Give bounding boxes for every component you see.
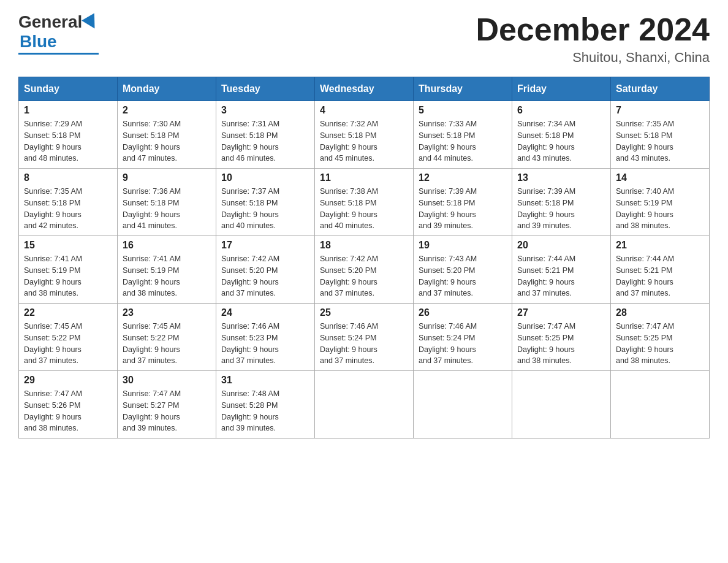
table-row: 14 Sunrise: 7:40 AM Sunset: 5:19 PM Dayl… [611,169,710,236]
day-info: Sunrise: 7:45 AM Sunset: 5:22 PM Dayligh… [24,321,112,367]
table-row: 24 Sunrise: 7:46 AM Sunset: 5:23 PM Dayl… [216,304,315,371]
subtitle: Shuitou, Shanxi, China [476,50,710,66]
table-row: 16 Sunrise: 7:41 AM Sunset: 5:19 PM Dayl… [118,236,216,304]
table-row [611,371,710,439]
day-number: 22 [24,307,112,318]
calendar-week-row: 29 Sunrise: 7:47 AM Sunset: 5:26 PM Dayl… [19,371,710,439]
day-info: Sunrise: 7:47 AM Sunset: 5:26 PM Dayligh… [24,388,112,434]
day-number: 11 [320,172,408,183]
day-info: Sunrise: 7:46 AM Sunset: 5:24 PM Dayligh… [320,321,408,367]
table-row: 9 Sunrise: 7:36 AM Sunset: 5:18 PM Dayli… [118,169,216,236]
day-info: Sunrise: 7:44 AM Sunset: 5:21 PM Dayligh… [517,253,605,299]
logo-general-text: General [18,12,82,32]
day-number: 19 [419,240,507,251]
table-row: 26 Sunrise: 7:46 AM Sunset: 5:24 PM Dayl… [414,304,512,371]
table-row [512,371,611,439]
calendar-table: Sunday Monday Tuesday Wednesday Thursday… [18,77,710,439]
header-saturday: Saturday [611,77,710,101]
header-thursday: Thursday [414,77,512,101]
header-tuesday: Tuesday [216,77,315,101]
day-number: 20 [517,240,605,251]
table-row: 28 Sunrise: 7:47 AM Sunset: 5:25 PM Dayl… [611,304,710,371]
day-info: Sunrise: 7:44 AM Sunset: 5:21 PM Dayligh… [616,253,704,299]
day-info: Sunrise: 7:39 AM Sunset: 5:18 PM Dayligh… [419,186,507,232]
table-row: 10 Sunrise: 7:37 AM Sunset: 5:18 PM Dayl… [216,169,315,236]
day-info: Sunrise: 7:41 AM Sunset: 5:19 PM Dayligh… [24,253,112,299]
day-number: 24 [221,307,309,318]
header-sunday: Sunday [19,77,118,101]
table-row: 6 Sunrise: 7:34 AM Sunset: 5:18 PM Dayli… [512,101,611,169]
day-number: 21 [616,240,704,251]
day-info: Sunrise: 7:46 AM Sunset: 5:23 PM Dayligh… [221,321,309,367]
logo-text: General [18,12,99,32]
day-info: Sunrise: 7:31 AM Sunset: 5:18 PM Dayligh… [221,118,309,164]
header-friday: Friday [512,77,611,101]
logo: General Blue [18,12,99,55]
day-number: 27 [517,307,605,318]
table-row [315,371,414,439]
table-row: 1 Sunrise: 7:29 AM Sunset: 5:18 PM Dayli… [19,101,118,169]
day-number: 17 [221,240,309,251]
day-info: Sunrise: 7:45 AM Sunset: 5:22 PM Dayligh… [123,321,211,367]
day-number: 12 [419,172,507,183]
day-info: Sunrise: 7:35 AM Sunset: 5:18 PM Dayligh… [24,186,112,232]
day-info: Sunrise: 7:48 AM Sunset: 5:28 PM Dayligh… [221,388,309,434]
day-number: 7 [616,105,704,116]
table-row: 13 Sunrise: 7:39 AM Sunset: 5:18 PM Dayl… [512,169,611,236]
day-info: Sunrise: 7:29 AM Sunset: 5:18 PM Dayligh… [24,118,112,164]
day-number: 2 [123,105,211,116]
calendar-header-row: Sunday Monday Tuesday Wednesday Thursday… [19,77,710,101]
day-info: Sunrise: 7:47 AM Sunset: 5:27 PM Dayligh… [123,388,211,434]
day-info: Sunrise: 7:43 AM Sunset: 5:20 PM Dayligh… [419,253,507,299]
day-number: 29 [24,375,112,386]
day-info: Sunrise: 7:38 AM Sunset: 5:18 PM Dayligh… [320,186,408,232]
day-info: Sunrise: 7:32 AM Sunset: 5:18 PM Dayligh… [320,118,408,164]
table-row: 27 Sunrise: 7:47 AM Sunset: 5:25 PM Dayl… [512,304,611,371]
day-number: 31 [221,375,309,386]
table-row: 2 Sunrise: 7:30 AM Sunset: 5:18 PM Dayli… [118,101,216,169]
table-row: 18 Sunrise: 7:42 AM Sunset: 5:20 PM Dayl… [315,236,414,304]
table-row: 8 Sunrise: 7:35 AM Sunset: 5:18 PM Dayli… [19,169,118,236]
table-row: 15 Sunrise: 7:41 AM Sunset: 5:19 PM Dayl… [19,236,118,304]
table-row: 22 Sunrise: 7:45 AM Sunset: 5:22 PM Dayl… [19,304,118,371]
day-info: Sunrise: 7:47 AM Sunset: 5:25 PM Dayligh… [517,321,605,367]
table-row: 19 Sunrise: 7:43 AM Sunset: 5:20 PM Dayl… [414,236,512,304]
table-row: 3 Sunrise: 7:31 AM Sunset: 5:18 PM Dayli… [216,101,315,169]
day-number: 30 [123,375,211,386]
day-info: Sunrise: 7:46 AM Sunset: 5:24 PM Dayligh… [419,321,507,367]
table-row: 20 Sunrise: 7:44 AM Sunset: 5:21 PM Dayl… [512,236,611,304]
day-number: 14 [616,172,704,183]
table-row: 5 Sunrise: 7:33 AM Sunset: 5:18 PM Dayli… [414,101,512,169]
day-info: Sunrise: 7:30 AM Sunset: 5:18 PM Dayligh… [123,118,211,164]
header-monday: Monday [118,77,216,101]
day-number: 4 [320,105,408,116]
table-row: 23 Sunrise: 7:45 AM Sunset: 5:22 PM Dayl… [118,304,216,371]
logo-underline [18,53,99,55]
table-row: 29 Sunrise: 7:47 AM Sunset: 5:26 PM Dayl… [19,371,118,439]
table-row: 30 Sunrise: 7:47 AM Sunset: 5:27 PM Dayl… [118,371,216,439]
day-info: Sunrise: 7:37 AM Sunset: 5:18 PM Dayligh… [221,186,309,232]
calendar-week-row: 15 Sunrise: 7:41 AM Sunset: 5:19 PM Dayl… [19,236,710,304]
table-row: 17 Sunrise: 7:42 AM Sunset: 5:20 PM Dayl… [216,236,315,304]
logo-blue-text: Blue [20,32,57,52]
day-number: 15 [24,240,112,251]
table-row [414,371,512,439]
table-row: 12 Sunrise: 7:39 AM Sunset: 5:18 PM Dayl… [414,169,512,236]
day-number: 10 [221,172,309,183]
day-info: Sunrise: 7:39 AM Sunset: 5:18 PM Dayligh… [517,186,605,232]
day-number: 23 [123,307,211,318]
day-info: Sunrise: 7:34 AM Sunset: 5:18 PM Dayligh… [517,118,605,164]
day-number: 1 [24,105,112,116]
day-info: Sunrise: 7:35 AM Sunset: 5:18 PM Dayligh… [616,118,704,164]
header-wednesday: Wednesday [315,77,414,101]
day-number: 18 [320,240,408,251]
title-block: December 2024 Shuitou, Shanxi, China [476,12,710,66]
logo-triangle-icon [82,13,101,32]
day-info: Sunrise: 7:33 AM Sunset: 5:18 PM Dayligh… [419,118,507,164]
day-number: 8 [24,172,112,183]
day-number: 26 [419,307,507,318]
day-info: Sunrise: 7:36 AM Sunset: 5:18 PM Dayligh… [123,186,211,232]
table-row: 21 Sunrise: 7:44 AM Sunset: 5:21 PM Dayl… [611,236,710,304]
table-row: 11 Sunrise: 7:38 AM Sunset: 5:18 PM Dayl… [315,169,414,236]
day-number: 13 [517,172,605,183]
